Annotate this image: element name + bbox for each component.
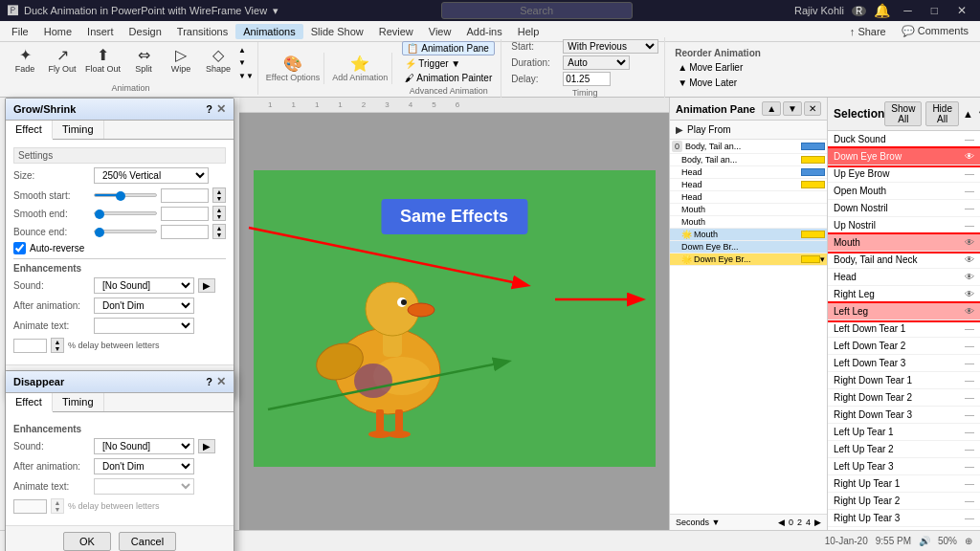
sel-item-left-up-tear-2[interactable]: Left Up Tear 2 — <box>828 441 980 458</box>
disappear-sound-select[interactable]: [No Sound] <box>94 438 194 454</box>
grow-shrink-title-bar[interactable]: Grow/Shrink ? ✕ <box>6 99 234 121</box>
disappear-animate-text-select[interactable] <box>94 478 194 495</box>
disappear-ok-button[interactable]: OK <box>63 532 111 551</box>
menu-insert[interactable]: Insert <box>79 24 122 39</box>
anim-item-9-menu[interactable]: ▾ <box>820 254 825 264</box>
disappear-title-bar[interactable]: Disappear ? ✕ <box>6 371 234 393</box>
sel-item-duck-sound[interactable]: Duck Sound — <box>828 131 980 148</box>
timing-tab[interactable]: Timing <box>53 121 104 139</box>
disappear-timing-tab[interactable]: Timing <box>53 393 104 411</box>
split-button[interactable]: ⇔Split <box>126 44 161 82</box>
sel-item-right-down-tear-3[interactable]: Right Down Tear 3 — <box>828 407 980 424</box>
disappear-help-icon[interactable]: ? <box>206 376 212 387</box>
minimize-button[interactable]: ─ <box>898 4 918 17</box>
comments-button[interactable]: 💬 Comments <box>894 23 976 39</box>
anim-item-9[interactable]: 🌟 Down Eye Br... ▾ <box>670 253 827 266</box>
anim-pane-close-button[interactable]: ✕ <box>804 101 821 116</box>
sel-item-down-eye-brow[interactable]: Down Eye Brow 👁 <box>828 148 980 165</box>
sound-play-button[interactable]: ▶ <box>198 278 215 293</box>
show-all-button[interactable]: Show All <box>884 101 922 126</box>
anim-item-3[interactable]: Head <box>670 179 827 191</box>
menu-animations[interactable]: Animations <box>235 24 302 39</box>
wipe-button[interactable]: ▷Wipe <box>164 44 198 82</box>
anim-item-4[interactable]: Head <box>670 191 827 204</box>
shape-button[interactable]: ◇Shape <box>201 44 235 82</box>
sel-item-right-down-tear-1[interactable]: Right Down Tear 1 — <box>828 372 980 389</box>
smooth-end-input[interactable]: 0 sec <box>161 207 209 221</box>
anim-item-6[interactable]: Mouth <box>670 216 827 229</box>
menu-addins[interactable]: Add-ins <box>458 24 509 39</box>
smooth-start-slider[interactable] <box>94 193 157 197</box>
animation-scroll[interactable]: ▲ ▼ ▼▼ <box>238 44 254 82</box>
smooth-end-spinner[interactable]: ▲▼ <box>212 206 226 221</box>
after-anim-select[interactable]: Don't Dim <box>94 298 194 314</box>
sel-item-left-up-tear-3[interactable]: Left Up Tear 3 — <box>828 458 980 475</box>
anim-item-8[interactable]: Down Eye Br... <box>670 241 827 253</box>
add-animation-btn[interactable]: ⭐ <box>350 55 369 73</box>
sel-item-left-down-tear-3[interactable]: Left Down Tear 3 — <box>828 355 980 372</box>
sel-item-open-mouth[interactable]: Open Mouth — <box>828 183 980 200</box>
sel-item-left-up-tear-1[interactable]: Left Up Tear 1 — <box>828 424 980 441</box>
delay-letters-input[interactable] <box>13 339 47 353</box>
disappear-cancel-button[interactable]: Cancel <box>119 532 176 551</box>
fade-button[interactable]: ✦Fade <box>8 44 42 82</box>
sel-item-head[interactable]: Head 👁 <box>828 269 980 286</box>
sel-item-left-down-tear-2[interactable]: Left Down Tear 2 — <box>828 338 980 355</box>
sel-item-right-down-tear-2[interactable]: Right Down Tear 2 — <box>828 389 980 407</box>
sel-item-up-eye-brow[interactable]: Up Eye Brow — <box>828 165 980 183</box>
size-select[interactable]: 250% Vertical <box>94 167 209 184</box>
animation-pane-button[interactable]: 📋Animation Pane <box>402 41 495 55</box>
anim-item-1[interactable]: Body, Tail an... <box>670 154 827 166</box>
zoom-slider[interactable]: ⊕ <box>965 536 972 546</box>
share-button[interactable]: ↑ Share <box>842 24 894 39</box>
effect-tab[interactable]: Effect <box>6 121 53 140</box>
sel-item-right-up-tear-3[interactable]: Right Up Tear 3 — <box>828 510 980 527</box>
menu-slideshow[interactable]: Slide Show <box>303 24 371 39</box>
menu-transitions[interactable]: Transitions <box>169 24 235 39</box>
disappear-effect-tab[interactable]: Effect <box>6 393 53 412</box>
sel-item-right-up-tear-1[interactable]: Right Up Tear 1 — <box>828 475 980 493</box>
play-from-button[interactable]: ▶ Play From <box>670 121 827 140</box>
delay-letters-spinner[interactable]: ▲▼ <box>51 338 64 353</box>
effect-options-btn[interactable]: 🎨 <box>283 55 302 73</box>
menu-review[interactable]: Review <box>371 24 421 39</box>
animation-painter-button[interactable]: 🖌 Animation Painter <box>402 72 495 84</box>
move-later-button[interactable]: ▼ Move Later <box>675 77 761 89</box>
smooth-start-input[interactable]: 0.4 sec <box>161 188 209 203</box>
disappear-close-button[interactable]: ✕ <box>216 375 226 388</box>
seconds-label[interactable]: Seconds ▼ <box>676 518 720 527</box>
anim-item-7[interactable]: 🌟 Mouth <box>670 229 827 241</box>
help-icon[interactable]: ? <box>206 103 212 115</box>
start-select[interactable]: With Previous <box>563 39 658 54</box>
hide-all-button[interactable]: Hide All <box>925 101 959 126</box>
auto-reverse-checkbox[interactable] <box>13 242 26 254</box>
grow-shrink-close-button[interactable]: ✕ <box>216 102 226 116</box>
anim-item-0[interactable]: 0 Body, Tail an... <box>670 140 827 154</box>
anim-pane-down-button[interactable]: ▼ <box>783 101 802 116</box>
disappear-delay-input[interactable] <box>13 499 47 514</box>
bounce-end-slider[interactable] <box>94 230 157 233</box>
menu-view[interactable]: View <box>421 24 459 39</box>
bounce-end-spinner[interactable]: ▲▼ <box>212 224 226 239</box>
menu-file[interactable]: File <box>4 24 36 39</box>
sel-item-body-tail-neck[interactable]: Body, Tail and Neck 👁 <box>828 252 980 269</box>
bounce-end-input[interactable]: 0 sec <box>161 225 209 239</box>
sound-select[interactable]: [No Sound] <box>94 277 194 294</box>
sel-item-left-down-tear-1[interactable]: Left Down Tear 1 — <box>828 320 980 338</box>
menu-home[interactable]: Home <box>36 24 79 39</box>
anim-item-5[interactable]: Mouth <box>670 204 827 216</box>
sel-item-right-leg[interactable]: Right Leg 👁 <box>828 286 980 303</box>
anim-item-2[interactable]: Head <box>670 166 827 179</box>
delay-input[interactable] <box>563 72 611 86</box>
smooth-start-spinner[interactable]: ▲▼ <box>212 187 226 203</box>
presentation-slide[interactable]: Same Effects <box>254 170 656 467</box>
menu-design[interactable]: Design <box>122 24 169 39</box>
move-earlier-button[interactable]: ▲ Move Earlier <box>675 61 761 74</box>
sel-item-up-nostril[interactable]: Up Nostril — <box>828 217 980 234</box>
duration-select[interactable]: Auto <box>563 55 630 70</box>
search-input[interactable] <box>441 2 633 19</box>
disappear-sound-play-button[interactable]: ▶ <box>198 439 215 453</box>
disappear-after-anim-select[interactable]: Don't Dim <box>94 458 194 474</box>
close-button[interactable]: ✕ <box>951 4 972 17</box>
trigger-button[interactable]: ⚡ Trigger ▼ <box>402 57 495 70</box>
